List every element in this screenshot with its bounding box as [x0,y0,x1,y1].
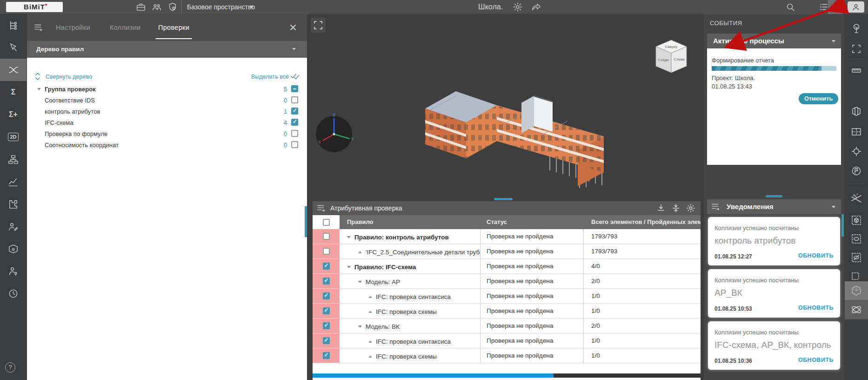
table-row[interactable]: 'IFC_2.5_Соединительные детали трубопр П… [313,244,701,259]
user-edit-icon[interactable] [0,215,27,238]
tree-item[interactable]: контроль атрибутов 1 [27,106,307,117]
row-checkbox[interactable] [323,248,330,255]
tree-checkbox[interactable] [291,141,298,148]
horizontal-scrollbar[interactable] [313,373,701,378]
table-row[interactable]: Модель: ВК Проверка не пройдена 2/0 [313,319,701,333]
flag-circle-icon[interactable] [845,161,868,181]
tree-checkbox[interactable] [291,85,298,92]
share-icon[interactable] [531,2,541,12]
solid-cube-icon[interactable] [845,281,868,300]
floorplan-icon[interactable] [845,122,868,142]
row-checkbox[interactable] [323,278,330,285]
orbit-icon[interactable] [845,300,868,319]
row-checkbox[interactable] [323,322,330,329]
table-settings-gear-icon[interactable] [686,203,696,213]
chevron-up-icon[interactable] [368,355,372,358]
tab-proverki[interactable]: Проверки [158,14,189,41]
panel-menu-icon[interactable] [33,22,44,33]
help-icon[interactable]: ? [5,362,15,373]
table-row[interactable]: IFC: проверка схемы Проверка не пройдена… [313,304,701,319]
tree-item[interactable]: Соответствие IDS 0 [27,95,307,106]
notifications-menu-icon[interactable] [711,202,721,212]
select-pointer-icon[interactable] [0,36,27,59]
tree-item[interactable]: Проверка по формуле 0 [27,129,307,140]
focus-model-button[interactable] [311,18,326,33]
model-tree-icon[interactable] [0,14,27,36]
collapse-tree-icon[interactable] [34,73,41,80]
table-row[interactable]: Правило: контроль атрибутов Проверка не … [313,229,701,244]
table-row[interactable]: IFC: проверка синтаксиса Проверка не про… [313,333,701,348]
chevron-down-icon[interactable] [358,281,362,283]
tree-item-group[interactable]: Группа проверок 5 [27,84,307,95]
sum-icon[interactable]: Σ [0,81,27,103]
chevron-up-icon[interactable] [368,340,372,343]
chevron-down-icon[interactable] [347,266,351,268]
dashboard-clock-icon[interactable] [0,282,27,305]
project-box-icon[interactable] [0,238,27,260]
collapse-tree-link[interactable]: Свернуть дерево [46,74,92,80]
chevron-up-icon[interactable] [358,251,362,253]
notifications-drag-handle[interactable] [766,195,782,197]
table-row[interactable]: Правило: IFC-схема Проверка не пройдена … [313,259,701,274]
notification-card[interactable]: Коллизии успешно посчитаны контроль атри… [708,217,840,265]
site-tree-icon[interactable] [845,19,868,38]
shield-clock-icon[interactable] [167,2,178,12]
briefcase-icon[interactable] [136,2,146,12]
building-model[interactable] [386,36,628,192]
column-header-count[interactable]: Всего элементов / Пройденных элементов [591,215,701,229]
refresh-link[interactable]: ОБНОВИТЬ [798,357,834,363]
structure-chart-icon[interactable] [0,148,27,170]
row-checkbox[interactable] [323,307,330,314]
tab-nastroyki[interactable]: Настройки [56,14,90,41]
axes-numbers-icon[interactable]: 12 [845,189,868,209]
row-checkbox[interactable] [323,233,330,240]
row-checkbox[interactable] [323,337,330,344]
collapse-rows-icon[interactable] [671,203,681,213]
search-icon[interactable] [785,2,795,12]
tree-checkbox[interactable] [291,96,298,103]
notification-card[interactable]: Коллизии успешно посчитаны IFC-схема, АР… [708,321,840,370]
horizontal-scrollbar-thumb[interactable] [313,373,554,378]
axis-gizmo[interactable]: Z Y X [312,111,356,157]
notifications-header[interactable]: Уведомления [707,199,841,214]
list-icon[interactable] [819,2,829,12]
column-header-rule[interactable]: Правило [347,215,477,229]
import-icon[interactable] [656,203,666,213]
column-header-status[interactable]: Статус [487,215,580,229]
pages-3d-icon[interactable] [845,102,868,121]
chevron-down-icon[interactable] [347,236,351,238]
2d-view-icon[interactable]: 2D [0,126,27,148]
box-eye-icon[interactable] [845,229,868,249]
box-cube-icon[interactable] [845,210,868,230]
tree-item[interactable]: Соотносимость координат 0 [27,140,307,151]
frame-select-icon[interactable] [845,39,868,59]
cancel-button[interactable]: Отменить [799,93,838,104]
settings-gear-icon[interactable] [513,2,523,12]
collisions-icon[interactable] [0,59,27,81]
refresh-link[interactable]: ОБНОВИТЬ [798,252,834,259]
chevron-up-icon[interactable] [368,311,372,313]
rules-tree-header[interactable]: Дерево правил [27,41,307,58]
ruler-icon[interactable] [845,61,868,80]
workspace-selector[interactable]: Базовое пространство [187,0,255,14]
notifications-scrollbar[interactable] [841,214,844,237]
close-icon[interactable] [288,23,298,32]
table-row[interactable]: IFC: проверка синтаксиса Проверка не про… [313,289,701,304]
plugins-icon[interactable] [0,193,27,215]
bimit-logo[interactable]: BiMiT [6,2,63,12]
select-all-checkbox[interactable] [323,219,330,226]
team-icon[interactable] [152,2,162,12]
panel-drag-handle[interactable] [494,198,513,200]
table-row[interactable]: Модель: АР Проверка не пройдена 2/0 [313,274,701,289]
chevron-up-icon[interactable] [368,296,372,298]
user-location-icon[interactable] [0,260,27,282]
tree-checkbox[interactable] [291,119,298,126]
row-checkbox[interactable] [323,352,330,359]
flash-icon[interactable] [845,81,868,101]
notification-card[interactable]: Коллизии успешно посчитаны АР_ВК 01.08.2… [708,269,840,318]
sum-plus-icon[interactable]: Σ+ [0,103,27,126]
active-processes-header[interactable]: Активные процессы [707,34,841,48]
box-eye-off-icon[interactable] [845,248,868,267]
tree-checkbox[interactable] [291,108,298,115]
view-cube[interactable]: Сверху Сзади Слева [650,36,692,80]
